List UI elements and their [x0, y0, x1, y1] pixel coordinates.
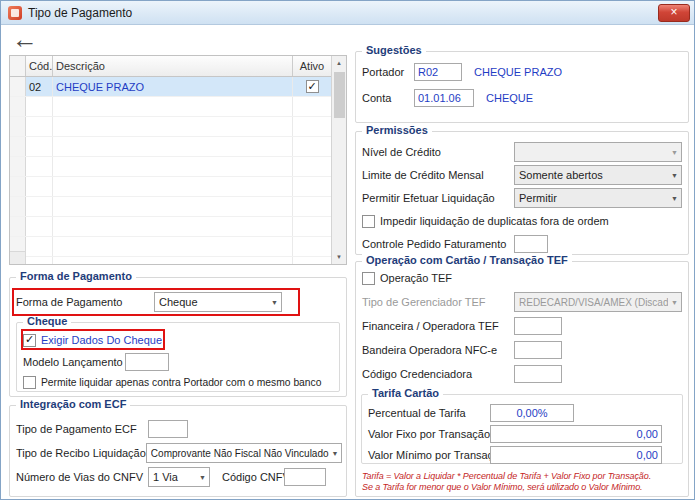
grid-row-empty[interactable]	[10, 257, 331, 265]
grid-scrollbar[interactable]: ▲ ▼	[331, 56, 346, 264]
limite-credito-label: Limite de Crédito Mensal	[362, 169, 514, 181]
scroll-up-icon[interactable]: ▲	[332, 56, 346, 70]
grid-row-selected[interactable]: 02 CHEQUE PRAZO ✓	[10, 77, 331, 97]
row-indicator	[10, 157, 26, 176]
bandeira-nfce-label: Bandeira Operadora NFC-e	[362, 344, 514, 356]
row-indicator	[10, 137, 26, 156]
tipo-pagamento-ecf-input[interactable]	[148, 420, 188, 438]
portador-label: Portador	[362, 66, 414, 78]
back-button[interactable]: ←	[12, 26, 38, 52]
chevron-down-icon: ▼	[271, 299, 278, 306]
grid-header: Cód. Descrição Ativo	[10, 56, 331, 77]
impedir-liquidacao-checkbox[interactable]: ✓	[362, 215, 375, 228]
close-icon: ×	[670, 5, 677, 19]
cell-ativo	[293, 237, 331, 256]
conta-label: Conta	[362, 92, 414, 104]
cell-cod: 02	[26, 77, 53, 96]
grid-row-empty[interactable]	[10, 177, 331, 197]
cell-cod	[26, 157, 53, 176]
valor-minimo-label: Valor Mínimo por Transação	[368, 449, 490, 461]
financeira-tef-input[interactable]	[514, 317, 562, 335]
impedir-liquidacao-label: Impedir liquidação de duplicatas fora de…	[380, 215, 609, 227]
grid-row-empty[interactable]	[10, 157, 331, 177]
chevron-down-icon: ▼	[671, 172, 678, 179]
scroll-down-icon[interactable]: ▼	[332, 250, 346, 264]
row-indicator	[10, 117, 26, 136]
grid-corner	[10, 251, 26, 264]
exigir-dados-checkbox[interactable]: ✓	[23, 334, 36, 347]
financeira-tef-label: Financeira / Operadora TEF	[362, 320, 514, 332]
titlebar[interactable]: Tipo de Pagamento ×	[1, 1, 694, 25]
grid-row-empty[interactable]	[10, 237, 331, 257]
gerenciador-tef-label: Tipo de Gerenciador TEF	[362, 296, 514, 308]
valor-minimo-input[interactable]	[490, 446, 662, 464]
exigir-dados-label: Exigir Dados Do Cheque	[41, 334, 162, 346]
chevron-down-icon: ▼	[671, 299, 678, 306]
grid-row-empty[interactable]	[10, 137, 331, 157]
cell-descricao	[53, 237, 293, 256]
row-indicator	[10, 197, 26, 216]
percentual-tarifa-input[interactable]	[490, 404, 574, 422]
portador-input[interactable]	[414, 63, 462, 81]
cell-cod	[26, 117, 53, 136]
permitir-liquidacao-combo[interactable]: Permitir ▼	[514, 188, 682, 208]
cell-ativo	[293, 117, 331, 136]
grid-row-empty[interactable]	[10, 97, 331, 117]
controle-pedido-input[interactable]	[514, 235, 548, 253]
scroll-thumb[interactable]	[334, 72, 345, 118]
cell-cod	[26, 197, 53, 216]
operacao-tef-checkbox[interactable]: ✓	[362, 272, 375, 285]
cell-descricao	[53, 257, 293, 265]
cell-ativo	[293, 197, 331, 216]
grid-row-empty[interactable]	[10, 117, 331, 137]
row-indicator	[10, 97, 26, 116]
check-icon: ✓	[307, 81, 316, 92]
ativo-checkbox[interactable]: ✓	[306, 80, 319, 93]
conta-input[interactable]	[414, 89, 474, 107]
subgroup-title: Tarifa Cartão	[368, 387, 443, 399]
modelo-lancamento-label: Modelo Lançamento	[23, 356, 125, 368]
percentual-tarifa-label: Percentual de Tarifa	[368, 407, 490, 419]
tipo-de-pagamento-window: Tipo de Pagamento × ← Cód. Descrição Ati…	[0, 0, 695, 500]
cell-ativo	[293, 157, 331, 176]
grid-header-cod[interactable]: Cód.	[26, 56, 53, 76]
permite-liquidar-label: Permite liquidar apenas contra Portador …	[41, 377, 321, 388]
grid-indicator-header	[10, 56, 26, 76]
tipo-recibo-combo[interactable]: Comprovante Não Fiscal Não Vinculado ▼	[146, 443, 343, 463]
group-integracao-ecf: Integração com ECF Tipo de Pagamento ECF…	[9, 405, 347, 497]
subgroup-tarifa-cartao: Tarifa Cartão Percentual de Tarifa Valor…	[361, 394, 683, 464]
codigo-cnfv-input[interactable]	[284, 468, 326, 486]
close-button[interactable]: ×	[658, 4, 690, 22]
window-title: Tipo de Pagamento	[28, 6, 132, 20]
group-forma-de-pagamento: Forma de Pagamento Forma de Pagamento Ch…	[9, 277, 347, 397]
grid-row-empty[interactable]	[10, 197, 331, 217]
nivel-credito-combo[interactable]: ▼	[514, 142, 682, 162]
limite-credito-combo[interactable]: Somente abertos ▼	[514, 165, 682, 185]
payment-types-grid: Cód. Descrição Ativo 02 CHEQUE PRAZO ✓	[9, 55, 347, 265]
valor-fixo-input[interactable]	[490, 425, 662, 443]
chevron-down-icon: ▼	[671, 149, 678, 156]
grid-header-descricao[interactable]: Descrição	[53, 56, 293, 76]
row-indicator	[10, 217, 26, 236]
group-permissoes: Permissões Nível de Crédito ▼ Limite de …	[355, 131, 689, 255]
gerenciador-tef-combo[interactable]: REDECARD/VISA/AMEX (Discado) ▼	[514, 292, 682, 312]
cell-ativo	[293, 217, 331, 236]
tipo-pagamento-ecf-label: Tipo de Pagamento ECF	[16, 423, 148, 435]
subgroup-cheque: Cheque ✓ Exigir Dados Do Cheque Modelo L…	[16, 322, 340, 392]
nivel-credito-label: Nível de Crédito	[362, 146, 514, 158]
cell-descricao	[53, 137, 293, 156]
cell-cod	[26, 97, 53, 116]
numero-vias-label: Número de Vias do CNFV	[16, 471, 148, 483]
chevron-down-icon: ▼	[332, 450, 339, 457]
grid-row-empty[interactable]	[10, 217, 331, 237]
numero-vias-combo[interactable]: 1 Via ▼	[148, 467, 210, 487]
grid-header-ativo[interactable]: Ativo	[293, 56, 331, 76]
permite-liquidar-checkbox[interactable]: ✓	[23, 376, 36, 389]
bandeira-nfce-input[interactable]	[514, 341, 562, 359]
check-icon: ✓	[25, 334, 34, 345]
modelo-lancamento-input[interactable]	[125, 353, 169, 371]
codigo-credenciadora-label: Código Credenciadora	[362, 368, 514, 380]
cell-cod	[26, 137, 53, 156]
forma-pagamento-combo[interactable]: Cheque ▼	[154, 292, 282, 312]
codigo-credenciadora-input[interactable]	[514, 365, 562, 383]
